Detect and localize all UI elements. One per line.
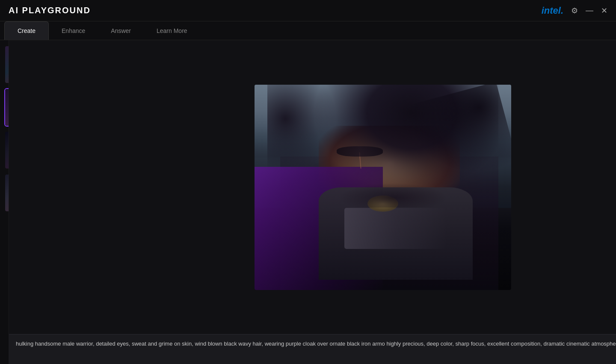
- warrior-portrait-image: [255, 85, 511, 290]
- thumbnail-sidebar: [0, 40, 9, 364]
- thumbnail-3[interactable]: [4, 131, 9, 169]
- thumbnail-1[interactable]: [4, 45, 9, 84]
- tab-answer[interactable]: Answer: [98, 21, 144, 40]
- tab-enhance[interactable]: Enhance: [49, 21, 98, 40]
- main-layout: hulking handsome male warrior, detailed …: [0, 40, 616, 364]
- minimize-icon[interactable]: —: [586, 6, 593, 15]
- prompt-text: hulking handsome male warrior, detailed …: [16, 340, 616, 348]
- titlebar: AI PLAYGROUND intel. ⚙ — ✕: [0, 0, 616, 21]
- tab-create[interactable]: Create: [4, 21, 49, 40]
- main-image: [255, 85, 511, 290]
- tab-learn-more[interactable]: Learn More: [144, 21, 200, 40]
- image-display: [9, 40, 616, 334]
- prompt-bar[interactable]: hulking handsome male warrior, detailed …: [9, 334, 616, 364]
- thumbnail-4[interactable]: [4, 174, 9, 212]
- settings-icon[interactable]: ⚙: [571, 6, 578, 15]
- app-logo: AI PLAYGROUND: [9, 6, 91, 15]
- main-content: hulking handsome male warrior, detailed …: [9, 40, 616, 364]
- thumbnail-2[interactable]: [4, 88, 9, 127]
- nav-tabs: Create Enhance Answer Learn More: [0, 21, 616, 40]
- intel-logo: intel.: [542, 5, 563, 16]
- close-icon[interactable]: ✕: [601, 6, 607, 15]
- titlebar-controls: intel. ⚙ — ✕: [542, 5, 607, 16]
